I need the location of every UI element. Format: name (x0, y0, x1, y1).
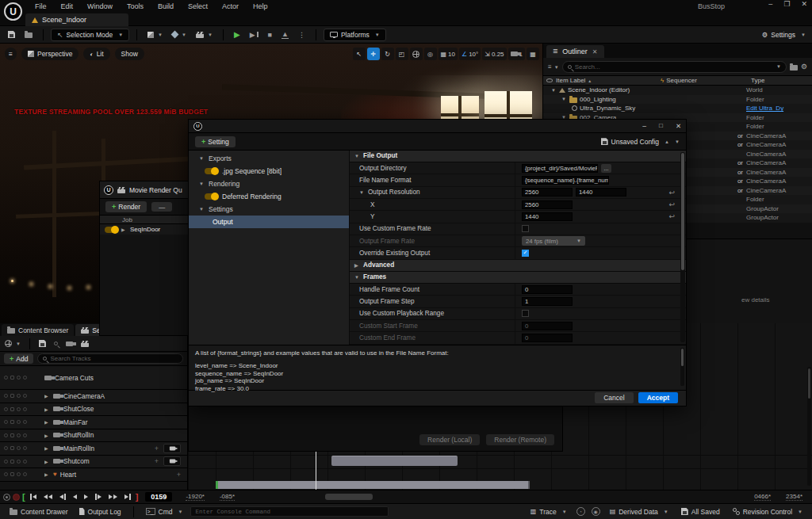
find-in-content-browser-icon[interactable] (54, 342, 58, 345)
render-local-button[interactable]: Render (Local) (419, 434, 480, 445)
pin-icon[interactable] (4, 376, 8, 380)
lock-icon[interactable] (10, 394, 14, 398)
track-row-shutclose[interactable]: ▶ShutClose (0, 403, 187, 417)
close-tab-icon[interactable]: ✕ (592, 48, 598, 55)
expander-icon[interactable]: ▼ (199, 181, 205, 186)
sequence-browse-dropdown[interactable]: ▼ (5, 340, 21, 347)
edit-link[interactable]: Edit Ultra_Dy (746, 105, 812, 112)
select-tool-button[interactable]: ↖ (353, 48, 366, 60)
maximize-viewport-button[interactable]: ▦ (527, 48, 539, 60)
outliner-search-input[interactable] (575, 63, 771, 71)
camera-lock-button[interactable] (163, 456, 181, 466)
track-row-shutrollin[interactable]: ▶ShutRollIn (0, 429, 187, 443)
output-log-button[interactable]: Output Log (76, 506, 124, 518)
camera-toolbar-icon[interactable] (66, 342, 73, 346)
view-range-start-field[interactable]: -085* (220, 493, 235, 501)
mute-icon[interactable] (23, 460, 27, 464)
checkbox[interactable] (522, 225, 529, 232)
maximize-button[interactable]: ❐ (783, 0, 790, 8)
lock-icon[interactable] (10, 420, 14, 424)
track-row-cinecameraa[interactable]: ▶CineCameraA (0, 390, 187, 403)
column-type[interactable]: Type (751, 77, 764, 84)
solo-icon[interactable] (17, 433, 21, 437)
menu-actor[interactable]: Actor (216, 1, 245, 12)
trace-dropdown[interactable]: ▥Trace▼ (527, 506, 570, 518)
reset-to-default-icon[interactable]: ↩ (668, 189, 675, 197)
mute-icon[interactable] (23, 376, 27, 380)
menu-select[interactable]: Select (182, 1, 214, 12)
pin-icon[interactable] (4, 407, 8, 411)
camera-lock-button[interactable] (163, 444, 181, 453)
timeline-section-bar[interactable] (216, 481, 530, 489)
dialog-maximize-button[interactable]: □ (659, 122, 663, 130)
menu-build[interactable]: Build (151, 1, 180, 12)
solo-icon[interactable] (17, 407, 21, 411)
insights-icon[interactable]: ◔ (576, 507, 585, 516)
content-drawer-button[interactable]: Content Drawer (6, 506, 71, 518)
menu-help[interactable]: Help (247, 1, 274, 12)
mrq-remove-button[interactable]: — (151, 202, 172, 212)
next-keyframe-button[interactable] (106, 492, 120, 502)
value-input[interactable]: {sequence_name}.{frame_number} (522, 176, 609, 185)
eject-button[interactable]: ▲ (278, 29, 292, 41)
mute-icon[interactable] (23, 446, 27, 450)
outliner-search[interactable]: ▼ (562, 61, 787, 73)
timeline-vertical-scrollbar[interactable] (807, 367, 811, 486)
value-input[interactable]: 0 (522, 334, 573, 342)
play-options-button[interactable]: ⋮ (295, 29, 308, 41)
setting-enabled-toggle[interactable] (205, 168, 218, 174)
tree-item-deferred-rendering[interactable]: Deferred Rendering (189, 190, 349, 203)
reset-to-default-icon[interactable]: ↩ (668, 212, 675, 220)
value-input[interactable]: 0 (522, 322, 573, 330)
track-row-camera-cuts[interactable]: Camera Cuts (0, 366, 187, 390)
all-saved-button[interactable]: All Saved (678, 506, 723, 518)
dialog-close-button[interactable]: ✕ (676, 122, 681, 130)
expander-icon[interactable]: ▼ (354, 275, 360, 280)
new-folder-icon[interactable] (790, 65, 798, 71)
outliner-row[interactable]: Ultra_Dynamic_SkyEdit Ultra_Dy (543, 104, 812, 113)
tab-scene-indoor[interactable]: Scene_Indoor (25, 13, 128, 26)
revision-control-dropdown[interactable]: Revision Control▼ (730, 506, 806, 518)
column-item-label[interactable]: Item Label▲ (556, 77, 657, 84)
column-sequencer[interactable]: ϟSequencer (661, 77, 748, 84)
snapshot-icon[interactable]: ◉ (592, 507, 600, 516)
timeline-horizontal-scrollbar[interactable] (325, 494, 373, 500)
dialog-minimize-button[interactable]: – (642, 122, 646, 130)
track-row-mainrollin[interactable]: ▶MainRollIn+ (0, 442, 187, 456)
expander-icon[interactable]: ▶ (44, 406, 50, 412)
save-sequence-icon[interactable] (39, 340, 46, 347)
lock-icon[interactable] (10, 446, 14, 450)
outliner-settings-icon[interactable]: ⚙ (801, 63, 807, 71)
menu-tools[interactable]: Tools (121, 1, 150, 12)
expander-icon[interactable]: ▼ (199, 207, 205, 212)
expander-icon[interactable]: ▶ (354, 262, 360, 268)
scale-snap-button[interactable]: ⇲ 0.25 (482, 48, 506, 60)
selection-mode-dropdown[interactable]: ↖ Selection Mode ▼ (51, 29, 129, 41)
value-input[interactable]: 1440 (522, 212, 573, 221)
frame-rate-dropdown[interactable]: 24 fps (film)▼ (522, 236, 585, 246)
lock-icon[interactable] (10, 472, 14, 476)
lock-icon[interactable] (10, 460, 14, 464)
camera-speed-button[interactable]: 1 (508, 48, 525, 60)
frame-skip-button[interactable]: ▶ (247, 29, 262, 41)
playhead[interactable] (316, 450, 316, 490)
solo-icon[interactable] (17, 472, 21, 476)
dialog-scrollbar[interactable] (680, 152, 685, 342)
tree-item-output[interactable]: Output (189, 216, 349, 228)
pin-icon[interactable] (4, 433, 8, 437)
working-range-end-field[interactable]: 2354* (786, 493, 802, 501)
tree-item-rendering[interactable]: ▼Rendering (189, 177, 349, 190)
to-end-button[interactable] (122, 492, 133, 502)
current-frame-field[interactable]: 0159 (145, 492, 172, 502)
tab-content-browser[interactable]: Content Browser (2, 324, 74, 336)
show-dropdown[interactable]: Show (115, 48, 144, 60)
value-input-y[interactable]: 1440 (576, 188, 626, 197)
settings-dropdown[interactable]: ⚙ Settings ▼ (762, 31, 806, 39)
outliner-row[interactable]: ▼Scene_Indoor (Editor)World (543, 86, 812, 95)
expander-icon[interactable]: ▼ (359, 190, 365, 195)
tree-item--jpg-sequence-8bit-[interactable]: .jpg Sequence [8bit] (189, 165, 349, 177)
working-range-start-field[interactable]: -1920* (186, 493, 205, 501)
camera-lock-icon[interactable] (3, 494, 10, 501)
solo-icon[interactable] (17, 376, 21, 380)
mute-icon[interactable] (23, 420, 27, 424)
